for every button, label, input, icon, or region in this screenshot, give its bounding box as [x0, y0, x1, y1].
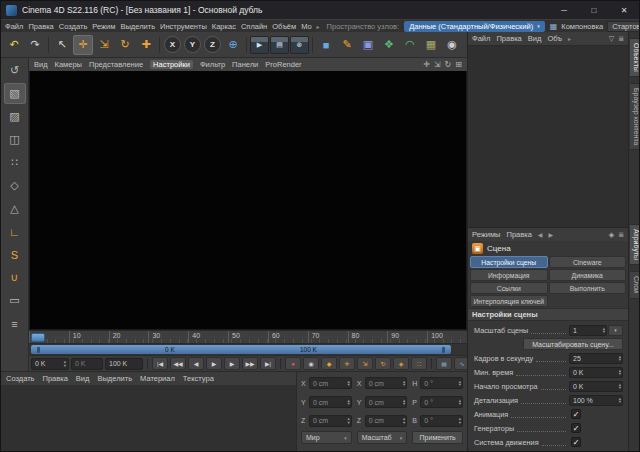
min-time-field[interactable]: 0 K [569, 367, 623, 378]
section-header[interactable]: Настройки сцены [468, 308, 628, 321]
size-z-field[interactable]: 0 cm [365, 415, 408, 427]
vp-menu-prorender[interactable]: ProRender [265, 60, 301, 69]
preview-end-field[interactable]: 100 K [105, 358, 143, 370]
rotate-tool-icon[interactable]: ↻ [115, 35, 135, 55]
motion-system-checkbox[interactable]: ✓ [571, 437, 581, 447]
tab-dynamics[interactable]: Динамика [549, 269, 627, 281]
snap-toggle-icon[interactable]: S [4, 244, 26, 265]
mat-menu-texture[interactable]: Текстура [183, 374, 214, 383]
menu-mode[interactable]: Режим [92, 22, 115, 31]
timeline-playhead[interactable] [31, 333, 45, 342]
array-generator-icon[interactable]: ❖ [379, 35, 399, 55]
om-menu-file[interactable]: Файл [472, 34, 490, 43]
menu-mograph[interactable]: Mo [301, 22, 311, 31]
stepper-icon[interactable] [403, 380, 405, 387]
preview-range-slider[interactable]: 0 K 100 K [31, 345, 451, 354]
coord-system-icon[interactable]: ⊕ [223, 35, 243, 55]
size-mode-select[interactable]: Масштаб [357, 431, 408, 444]
redo-icon[interactable]: ↷ [25, 35, 45, 55]
tab-referencing[interactable]: Ссылки [470, 282, 548, 294]
panel-menu-icon[interactable]: ≣ [618, 35, 624, 43]
move-tool-icon[interactable]: ✛ [73, 35, 93, 55]
apply-button[interactable]: Применить [412, 431, 463, 444]
menu-file[interactable]: Файл [5, 22, 23, 31]
stepper-icon[interactable] [619, 383, 621, 390]
keyframe-selection-toggle[interactable]: ◆ [321, 357, 337, 370]
make-editable-icon[interactable]: ↺ [4, 60, 26, 81]
bend-deformer-icon[interactable]: ◠ [400, 35, 420, 55]
fps-field[interactable]: 25 [569, 353, 623, 364]
current-frame-field[interactable]: 0 K [31, 358, 69, 370]
scale-tool-icon[interactable]: ⇲ [94, 35, 114, 55]
lock-icon[interactable]: ◈ [609, 231, 614, 239]
undo-icon[interactable]: ↶ [4, 35, 24, 55]
tab-project-settings[interactable]: Настройки сцены [470, 256, 548, 268]
stepper-icon[interactable] [459, 380, 461, 387]
workplane-mode-icon[interactable]: ◫ [4, 129, 26, 150]
vp-menu-filter[interactable]: Фильтр [200, 60, 225, 69]
rotation-b-field[interactable]: 0 ° [420, 415, 463, 427]
maximize-button[interactable]: □ [579, 1, 609, 19]
minimize-button[interactable]: ─ [549, 1, 579, 19]
timeline-ruler[interactable]: 0 10 20 30 40 50 60 70 80 90 100 [29, 330, 467, 343]
generators-checkbox[interactable]: ✓ [571, 423, 581, 433]
history-forward-icon[interactable]: ▶ [548, 231, 553, 238]
play-button[interactable]: ▶ [206, 357, 222, 370]
magnet-snap-icon[interactable]: ∪ [4, 267, 26, 288]
menu-overflow-icon[interactable]: ▸ [317, 23, 320, 30]
record-scale-toggle[interactable]: ⇲ [357, 357, 373, 370]
goto-end-button[interactable]: ▶| [260, 357, 276, 370]
stepper-icon[interactable] [619, 355, 621, 362]
animation-checkbox[interactable]: ✓ [571, 409, 581, 419]
vp-menu-options[interactable]: Настройки [150, 60, 193, 69]
stepper-icon[interactable] [347, 380, 349, 387]
dock-tab-attributes[interactable]: Атрибуты [630, 224, 640, 265]
am-menu-modes[interactable]: Режимы [472, 230, 501, 239]
menu-volume[interactable]: Объём [272, 22, 296, 31]
position-x-field[interactable]: 0 cm [309, 377, 352, 389]
position-z-field[interactable]: 0 cm [309, 415, 352, 427]
goto-start-button[interactable]: |◀ [152, 357, 168, 370]
render-settings-icon[interactable]: ⊛ [290, 36, 309, 54]
stepper-icon[interactable] [347, 399, 349, 406]
vp-menu-view[interactable]: Вид [34, 60, 48, 69]
prev-key-button[interactable]: ◀◀ [170, 357, 186, 370]
mat-menu-view[interactable]: Вид [76, 374, 90, 383]
render-view-icon[interactable]: ▶ [250, 36, 269, 54]
panel-menu-icon[interactable]: ≣ [618, 231, 624, 239]
record-keyframe-button[interactable]: ● [285, 357, 301, 370]
tab-cineware[interactable]: Cineware [549, 256, 627, 268]
size-y-field[interactable]: 0 cm [365, 396, 408, 408]
y-axis-toggle-icon[interactable]: Y [184, 36, 201, 53]
edges-mode-icon[interactable]: ◇ [4, 175, 26, 196]
stepper-icon[interactable] [619, 397, 621, 404]
render-picture-viewer-icon[interactable]: ▤ [270, 36, 289, 54]
am-menu-edit[interactable]: Правка [507, 230, 532, 239]
preview-start-field[interactable]: 0 K [71, 358, 103, 370]
node-space-select[interactable]: Данные (Стандартный/Физический) [404, 21, 545, 32]
mat-menu-material[interactable]: Материал [140, 374, 175, 383]
model-mode-icon[interactable]: ▧ [4, 83, 26, 104]
stepper-icon[interactable] [403, 399, 405, 406]
record-pla-toggle[interactable]: ∷ [411, 357, 427, 370]
polygons-mode-icon[interactable]: △ [4, 198, 26, 219]
menu-mesh[interactable]: Каркас [212, 22, 236, 31]
next-key-button[interactable]: ▶▶ [242, 357, 258, 370]
menu-edit[interactable]: Правка [28, 22, 53, 31]
live-selection-icon[interactable]: ↖ [52, 35, 72, 55]
vp-menu-display[interactable]: Представление [89, 60, 143, 69]
filter-icon[interactable]: ▽ [609, 35, 614, 43]
mat-menu-edit[interactable]: Правка [43, 374, 68, 383]
view-rotate-icon[interactable]: ↻ [445, 60, 452, 69]
view-zoom-icon[interactable]: ⇲ [434, 60, 441, 69]
scale-unit-select[interactable] [608, 325, 623, 336]
record-parameter-toggle[interactable]: ◈ [393, 357, 409, 370]
object-tree-area[interactable] [468, 45, 628, 227]
points-mode-icon[interactable]: ∷ [4, 152, 26, 173]
tab-key-interpolation[interactable]: Интерполяция ключей [470, 295, 548, 307]
om-menu-objects[interactable]: Объ [547, 34, 562, 43]
vp-menu-panels[interactable]: Панели [232, 60, 258, 69]
stepper-icon[interactable] [603, 327, 605, 334]
timeline-window-icon[interactable]: ▤ [436, 357, 452, 370]
stepper-icon[interactable] [64, 360, 66, 367]
